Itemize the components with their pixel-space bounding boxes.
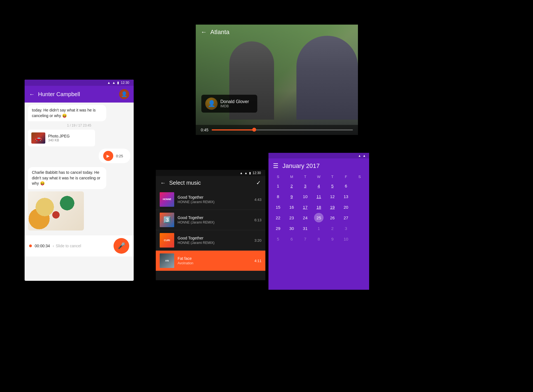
cal-day-6[interactable]: 6 (341, 181, 351, 191)
card-name: Donald Glover (220, 99, 249, 104)
file-info: Photo.JPEG 340 KB (48, 134, 70, 142)
weekday-s1: S (271, 174, 285, 180)
back-button[interactable]: ← (29, 91, 35, 98)
music-track-item-4[interactable]: AN Fat face AvoInation 4:11 (156, 251, 265, 271)
cal-day-10[interactable]: 10 (300, 192, 310, 201)
music-title: Select music (169, 180, 253, 186)
cal-day-30[interactable]: 30 (287, 224, 296, 233)
music-track-item-2[interactable]: 3️⃣ Good Together HONNE (Jarami REMIX) 6… (156, 210, 265, 230)
music-track-item-1[interactable]: HONNE Good Together HONNE (Jarami REMIX)… (156, 189, 265, 210)
messenger-header: ← Hunter Campbell 👤 (25, 86, 134, 103)
status-time: 12:30 (121, 81, 129, 85)
calendar-menu-icon[interactable]: ☰ (273, 162, 279, 170)
music-status-bar: ▲ ▲ ▮ 12:30 (156, 170, 265, 176)
video-controls: 0:45 (196, 125, 358, 135)
calendar-days: 1 2 3 4 5 6 8 9 10 11 12 13 15 16 17 18 … (271, 181, 366, 244)
file-size: 340 KB (48, 138, 70, 142)
cal-day-5[interactable]: 5 (328, 181, 337, 191)
message-bubble-2: Charlie Babbitt has to cancel today. He … (28, 167, 106, 189)
cal-day-next-3[interactable]: 3 (341, 224, 351, 233)
person-right (296, 36, 358, 120)
audio-bubble[interactable]: ▶ 0:25 (99, 149, 130, 163)
cal-day-19[interactable]: 19 (328, 202, 337, 212)
music-status-time: 12:30 (253, 171, 261, 175)
weekday-w: W (312, 174, 326, 180)
weekday-s2: S (353, 174, 366, 180)
track-dur-2: 6:13 (254, 218, 261, 222)
video-back-button[interactable]: ← (201, 28, 207, 36)
video-panel: ← Atlanta 👤 Donald Glover IMDB 0:45 (196, 25, 358, 135)
music-check-button[interactable]: ✓ (256, 179, 261, 186)
music-battery-icon: ▮ (249, 171, 251, 175)
cal-day-22[interactable]: 22 (273, 213, 283, 222)
cal-day-8[interactable]: 8 (273, 192, 283, 201)
mic-button[interactable]: 🎤 (114, 238, 129, 254)
cal-day-next-10[interactable]: 10 (341, 234, 351, 244)
wifi-icon: ▲ (107, 81, 110, 85)
cal-day-24[interactable]: 24 (300, 213, 310, 222)
cal-day-12[interactable]: 12 (328, 192, 337, 201)
video-time: 0:45 (201, 128, 208, 132)
weekday-f: F (339, 174, 353, 180)
avatar: 👤 (119, 89, 129, 99)
album-art-2: 3️⃣ (160, 213, 174, 227)
cal-day-next-7[interactable]: 7 (300, 234, 310, 244)
cal-day-next-8[interactable]: 8 (314, 234, 324, 244)
video-header: ← Atlanta (196, 25, 358, 40)
track-name-2: Good Together (178, 215, 251, 220)
track-dur-1: 4:43 (254, 198, 261, 202)
cal-day-26[interactable]: 26 (328, 213, 337, 222)
music-info-4: Fat face AvoInation (178, 256, 251, 265)
cal-day-29[interactable]: 29 (273, 224, 283, 233)
battery-icon: ▮ (117, 81, 119, 85)
calendar-grid: S M T W T F S 1 2 3 4 5 6 8 9 10 11 12 1… (268, 174, 369, 244)
cal-day-2[interactable]: 2 (287, 181, 296, 191)
cal-day-next-1[interactable]: 1 (314, 224, 324, 233)
cal-day-9[interactable]: 9 (287, 192, 296, 201)
calendar-weekdays: S M T W T F S (271, 174, 366, 180)
video-progress-bar[interactable] (212, 129, 353, 130)
weekday-t1: T (298, 174, 312, 180)
music-signal-icon: ▲ (244, 171, 247, 175)
track-artist-4: AvoInation (178, 261, 251, 265)
cal-day-15[interactable]: 15 (273, 202, 283, 212)
message-timestamp: 1 / 19 / 17 23:45 (28, 123, 130, 127)
video-background: ← Atlanta 👤 Donald Glover IMDB 0:45 (196, 25, 358, 135)
cal-day-25[interactable]: 25 (314, 213, 324, 222)
cal-day-20[interactable]: 20 (341, 202, 351, 212)
calendar-panel: ▲ ▲ ☰ January 2017 S M T W T F S 1 2 3 4… (268, 153, 369, 290)
file-thumbnail (31, 132, 45, 144)
cal-day-17[interactable]: 17 (300, 202, 310, 212)
slide-cancel: ‹ Slide to cancel (53, 244, 111, 248)
file-attachment[interactable]: Photo.JPEG 340 KB (28, 130, 95, 146)
card-info: Donald Glover IMDB (220, 99, 249, 108)
cal-day-13[interactable]: 13 (341, 192, 351, 201)
play-button[interactable]: ▶ (103, 151, 113, 161)
messages-body[interactable]: today. He didn't say what it was he is c… (25, 103, 134, 235)
track-artist-2: HONNE (Jarami REMIX) (178, 220, 251, 224)
cal-day-23[interactable]: 23 (287, 213, 296, 222)
cal-day-4[interactable]: 4 (314, 181, 324, 191)
cal-wifi-icon: ▲ (358, 154, 361, 157)
track-dur-4: 4:11 (254, 259, 261, 263)
music-back-button[interactable]: ← (160, 180, 166, 186)
music-track-item-3[interactable]: CURI Good Together HONNE (Jarami REMIX) … (156, 230, 265, 251)
cal-day-next-9[interactable]: 9 (328, 234, 337, 244)
cal-day-16[interactable]: 16 (287, 202, 296, 212)
cal-day-27[interactable]: 27 (341, 213, 351, 222)
cal-day-next-2[interactable]: 2 (328, 224, 337, 233)
track-dur-3: 3:20 (254, 238, 261, 243)
music-header: ← Select music ✓ (156, 176, 265, 189)
cal-day-18[interactable]: 18 (314, 202, 324, 212)
cal-day-3[interactable]: 3 (300, 181, 310, 191)
messenger-panel: ▲ ▲ ▮ 12:30 ← Hunter Campbell 👤 today. H… (25, 80, 134, 281)
cal-day-next-5[interactable]: 5 (273, 234, 283, 244)
video-progress-thumb[interactable] (252, 128, 256, 132)
cal-day-31[interactable]: 31 (300, 224, 310, 233)
cal-day-next-6[interactable]: 6 (287, 234, 296, 244)
cal-day-1[interactable]: 1 (273, 181, 283, 191)
cal-day-11[interactable]: 11 (314, 192, 324, 201)
track-name-4: Fat face (178, 256, 251, 261)
slide-cancel-label: Slide to cancel (56, 244, 81, 248)
calendar-title: January 2017 (282, 162, 320, 170)
